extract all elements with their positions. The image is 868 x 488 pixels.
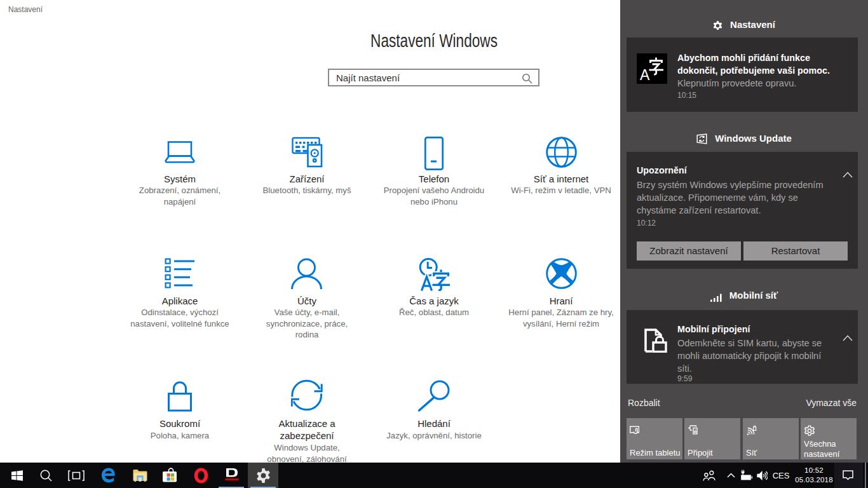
svg-text:A: A — [640, 67, 650, 83]
